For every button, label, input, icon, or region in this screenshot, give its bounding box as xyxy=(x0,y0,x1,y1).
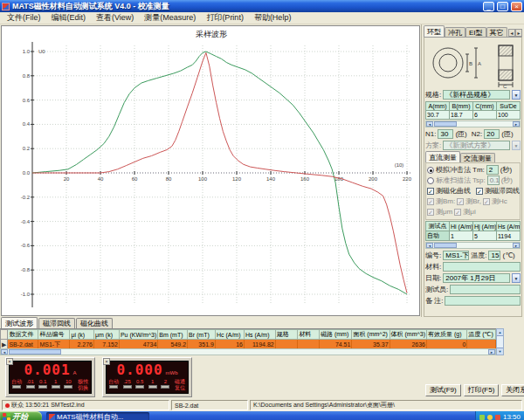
dim-cell[interactable]: 30.7 xyxy=(426,111,450,120)
result-tab-2[interactable]: 磁化曲线 xyxy=(76,318,113,328)
n2-field[interactable]: 20 xyxy=(484,129,500,139)
result-header-cell[interactable]: μi (k) xyxy=(70,330,94,340)
minimize-button[interactable]: _ xyxy=(483,2,494,11)
table-row[interactable]: ▶SB-2.datMS1-下2.2767.1524734549.2351.916… xyxy=(1,340,496,349)
test-point-hscroll[interactable]: ◄ ► xyxy=(425,242,521,249)
scroll-right-icon[interactable]: ► xyxy=(488,349,495,355)
result-header-cell[interactable]: Hc (A/m) xyxy=(215,330,244,340)
range-button[interactable] xyxy=(64,385,72,389)
range-button[interactable] xyxy=(38,385,47,389)
result-header-cell[interactable]: 数据文件 xyxy=(8,330,38,340)
result-header-cell[interactable]: Hs (A/m) xyxy=(244,330,275,340)
result-header-cell[interactable]: Br (mT) xyxy=(188,330,216,340)
dim-cell[interactable]: 6 xyxy=(473,111,497,120)
range-button[interactable] xyxy=(26,385,35,389)
scroll-thumb[interactable] xyxy=(434,243,457,248)
result-header-cell[interactable]: Pu (KW/m^3) xyxy=(119,330,157,340)
start-button[interactable]: 开始 xyxy=(0,411,42,420)
tab-scroll-right-icon[interactable]: ► xyxy=(515,29,522,37)
scroll-right-icon[interactable]: ► xyxy=(513,243,520,248)
range-button[interactable] xyxy=(12,385,21,389)
result-table-hscroll[interactable]: ◄ ► xyxy=(0,348,496,355)
impulse-method-radio[interactable] xyxy=(427,167,434,174)
tp-cell[interactable]: 5 xyxy=(473,231,497,241)
result-cell[interactable]: 0 xyxy=(427,340,467,349)
meter-close-icon[interactable]: × xyxy=(6,358,13,365)
result-cell[interactable]: 4734 xyxy=(119,340,157,349)
tester-field[interactable] xyxy=(450,285,521,294)
result-cell[interactable]: 2636 xyxy=(390,340,426,349)
scroll-down-icon[interactable]: ▼ xyxy=(497,348,503,355)
measure-tab-1[interactable]: 交流测量 xyxy=(460,153,495,162)
result-cell[interactable] xyxy=(275,340,298,349)
range-button[interactable] xyxy=(148,385,157,389)
material-field[interactable] xyxy=(443,262,521,272)
taskbar-app-button[interactable]: MATS磁性材料自动... xyxy=(46,412,149,420)
range-button[interactable] xyxy=(52,385,60,389)
result-cell[interactable]: 35.37 xyxy=(352,340,390,349)
result-table-vscroll[interactable]: ▲ ▼ xyxy=(496,328,504,355)
action-button-2[interactable]: 关闭系统 xyxy=(501,384,524,396)
scroll-thumb[interactable] xyxy=(434,121,457,127)
result-header-cell[interactable]: Bm (mT) xyxy=(158,330,188,340)
tray-icon[interactable] xyxy=(487,415,493,420)
menu-item[interactable]: 测量(Measure) xyxy=(139,12,201,24)
tray-icon[interactable] xyxy=(495,415,500,420)
scroll-up-icon[interactable]: ▲ xyxy=(497,329,503,336)
date-field[interactable]: 2007年 1月29日 xyxy=(443,273,510,283)
result-header-cell[interactable]: 磁路 (mm) xyxy=(320,330,352,340)
scroll-left-icon[interactable]: ◄ xyxy=(1,349,8,355)
result-cell[interactable]: 74.51 xyxy=(320,340,352,349)
spec-dropdown[interactable]: 《新样品规格》 xyxy=(443,90,510,100)
action-button-1[interactable]: 打印(F5) xyxy=(464,384,500,396)
result-cell[interactable] xyxy=(298,340,320,349)
result-cell[interactable]: 549.2 xyxy=(158,340,188,349)
action-button-0[interactable]: 测试(F9) xyxy=(425,384,461,396)
result-cell[interactable]: SB-2.dat xyxy=(8,340,38,349)
magnetization-curve-checkbox[interactable] xyxy=(427,188,434,195)
result-header-cell[interactable]: μm (k) xyxy=(94,330,120,340)
result-header-cell[interactable]: 规格 xyxy=(275,330,298,340)
menu-item[interactable]: 打印(Print) xyxy=(201,12,249,24)
result-cell[interactable]: 7.152 xyxy=(94,340,120,349)
maximize-button[interactable]: □ xyxy=(497,2,508,11)
sweep-method-radio[interactable] xyxy=(427,177,434,184)
spec-dropdown-arrow-icon[interactable]: ▼ xyxy=(512,90,521,100)
range-button[interactable] xyxy=(135,385,144,389)
range-button[interactable] xyxy=(123,385,132,389)
range-button[interactable] xyxy=(161,385,169,389)
meter-close-icon[interactable]: × xyxy=(103,358,110,365)
result-tab-1[interactable]: 磁滞回线 xyxy=(38,318,75,328)
range-button[interactable] xyxy=(109,385,118,389)
result-header-cell[interactable]: 样品编号 xyxy=(38,330,70,340)
menu-item[interactable]: 查看(View) xyxy=(91,12,139,24)
dimension-table-hscroll[interactable]: ◄ ► xyxy=(425,120,521,127)
menu-item[interactable]: 编辑(Edit) xyxy=(46,12,92,24)
note-field[interactable] xyxy=(445,296,521,306)
meter-extra-label[interactable]: 磁通复位 xyxy=(174,379,186,390)
shape-tab-3[interactable]: 其它 xyxy=(486,27,507,37)
scroll-thumb[interactable] xyxy=(9,349,61,355)
result-cell[interactable]: 16 xyxy=(215,340,244,349)
shape-tab-2[interactable]: EI型 xyxy=(465,27,486,37)
tray-icon[interactable] xyxy=(479,415,485,420)
menu-item[interactable]: 文件(File) xyxy=(2,12,46,24)
hysteresis-loop-checkbox[interactable] xyxy=(476,188,483,195)
result-cell[interactable] xyxy=(467,340,496,349)
menu-item[interactable]: 帮助(Help) xyxy=(249,12,297,24)
date-dropdown-arrow-icon[interactable]: ▼ xyxy=(512,273,521,283)
result-header-cell[interactable]: 有效质量 (g) xyxy=(427,330,467,340)
temperature-field[interactable]: 15 xyxy=(488,251,500,260)
tab-scroll-left-icon[interactable]: ◄ xyxy=(508,29,515,37)
shape-tab-1[interactable]: 冲孔 xyxy=(445,27,465,37)
tp-cell[interactable]: 1 xyxy=(450,231,473,241)
scroll-right-icon[interactable]: ► xyxy=(513,121,520,127)
tp-cell[interactable]: 1194 xyxy=(497,231,521,241)
result-cell[interactable]: 2.276 xyxy=(70,340,94,349)
dim-cell[interactable]: 18.7 xyxy=(450,111,473,120)
result-cell[interactable]: 351.9 xyxy=(188,340,216,349)
result-cell[interactable]: MS1-下 xyxy=(38,340,70,349)
meter-extra-label[interactable]: 极性切换 xyxy=(77,379,89,390)
tp-cell[interactable]: 自动 xyxy=(426,231,450,241)
scroll-left-icon[interactable]: ◄ xyxy=(426,121,433,127)
